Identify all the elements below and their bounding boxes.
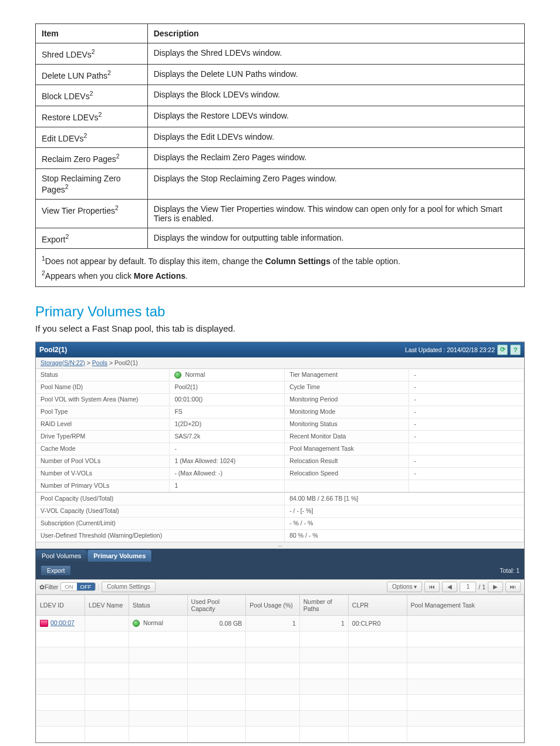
page-first-icon[interactable]: ⏮ — [424, 582, 440, 592]
info-cell: V-VOL Capacity (Used/Total) — [36, 505, 285, 517]
ldev-id-link[interactable]: 00:00:07 — [50, 619, 75, 626]
info-cell: - — [409, 393, 524, 406]
info-cell: - — [409, 418, 524, 430]
info-cell: 80 % / - % — [285, 529, 524, 542]
tab-primary-volumes[interactable]: Primary Volumes — [87, 550, 152, 562]
total-label: Total: — [500, 567, 514, 574]
volume-icon — [40, 620, 48, 627]
export-button[interactable]: Export — [41, 565, 71, 576]
table-row: Shred LDEVs2Displays the Shred LDEVs win… — [36, 43, 525, 65]
info-cell: Relocation Result — [285, 455, 409, 467]
info-cell: Pool VOL with System Area (Name) — [36, 393, 170, 406]
info-cell: Pool2(1) — [170, 381, 285, 393]
info-cell: Monitoring Mode — [285, 406, 409, 418]
breadcrumb-root[interactable]: Storage(S/N:22) — [41, 359, 85, 366]
table-row: Edit LDEVs2Displays the Edit LDEVs windo… — [36, 127, 525, 148]
info-cell: RAID Level — [36, 418, 170, 430]
info-cell: - — [409, 455, 524, 467]
cell-clpr: 00:CLPR0 — [348, 615, 407, 631]
info-grid: StatusNormalTier Management-Pool Name (I… — [36, 369, 524, 492]
info-cell: Cycle Time — [285, 381, 409, 393]
info-cell: - — [409, 369, 524, 381]
info-cell: 1 (Max Allowed: 1024) — [170, 455, 285, 467]
info-cell: - (Max Allowed: -) — [170, 467, 285, 480]
info-cell — [285, 480, 409, 492]
column-header[interactable]: Pool Usage (%) — [246, 595, 299, 615]
info-cell: Number of Pool VOLs — [36, 455, 170, 467]
breadcrumb-pools[interactable]: Pools — [92, 359, 107, 366]
info-cell: - — [409, 381, 524, 393]
dark-toolbar: Export Total: 1 — [36, 562, 524, 579]
col-desc: Description — [147, 24, 524, 43]
info-cell: Normal — [170, 369, 285, 381]
filter-toggle[interactable]: ON OFF — [60, 582, 95, 591]
cell-ldev-name — [85, 615, 129, 631]
info-cell: Relocation Speed — [285, 467, 409, 480]
section-intro: If you select a Fast Snap pool, this tab… — [35, 323, 525, 333]
column-header[interactable]: Used Pool Capacity — [187, 595, 246, 615]
table-row: Reclaim Zero Pages2Displays the Reclaim … — [36, 148, 525, 169]
info-cell: Drive Type/RPM — [36, 430, 170, 443]
info-cell: Pool Name (ID) — [36, 381, 170, 393]
info-cell — [409, 443, 524, 455]
info-cell: 1(2D+2D) — [170, 418, 285, 430]
page-last-icon[interactable]: ⏭ — [505, 582, 521, 592]
info-cell: Monitoring Status — [285, 418, 409, 430]
status-dot-icon — [133, 620, 140, 627]
info-cell: - % / - % — [285, 517, 524, 529]
table-row: Restore LDEVs2Displays the Restore LDEVs… — [36, 106, 525, 127]
page-next-icon[interactable]: ▶ — [488, 582, 503, 592]
section-heading: Primary Volumes tab — [35, 303, 525, 320]
last-updated: Last Updated : 2014/02/18 23:22 — [405, 346, 495, 353]
info-cell: Tier Management — [285, 369, 409, 381]
column-header[interactable]: Number of Paths — [299, 595, 348, 615]
column-settings-button[interactable]: Column Settings — [102, 582, 155, 592]
info-cell: Number of V-VOLs — [36, 467, 170, 480]
col-item: Item — [36, 24, 148, 43]
info-wide: Pool Capacity (Used/Total)84.00 MB / 2.6… — [36, 492, 524, 542]
info-cell: 84.00 MB / 2.66 TB [1 %] — [285, 492, 524, 505]
cell-status: Normal — [143, 619, 163, 626]
info-cell: SAS/7.2k — [170, 430, 285, 443]
column-header[interactable]: LDEV Name — [85, 595, 129, 615]
page-total: / 1 — [478, 583, 485, 590]
primary-volumes-grid: LDEV IDLDEV NameStatusUsed Pool Capacity… — [36, 595, 524, 742]
column-header[interactable]: LDEV ID — [36, 595, 85, 615]
top-table: Item Description Shred LDEVs2Displays th… — [35, 23, 525, 249]
info-cell: User-Defined Threshold (Warning/Depletio… — [36, 529, 285, 542]
table-row: Export2Displays the window for outputtin… — [36, 228, 525, 249]
options-button[interactable]: Options ▾ — [387, 582, 422, 592]
info-cell: - — [170, 443, 285, 455]
info-cell: Pool Type — [36, 406, 170, 418]
info-cell: Subscription (Current/Limit) — [36, 517, 285, 529]
footnotes: 1Does not appear by default. To display … — [35, 248, 525, 286]
info-cell — [409, 480, 524, 492]
column-header[interactable]: Pool Management Task — [407, 595, 524, 615]
table-row: Stop Reclaiming Zero Pages2Displays the … — [36, 168, 525, 199]
refresh-icon[interactable]: ⟳ — [497, 345, 508, 355]
info-cell: Recent Monitor Data — [285, 430, 409, 443]
cell-paths: 1 — [299, 615, 348, 631]
filter-label[interactable]: ✿Filter — [39, 583, 58, 590]
info-cell: 00:01:00() — [170, 393, 285, 406]
column-header[interactable]: Status — [129, 595, 187, 615]
info-cell: Monitoring Period — [285, 393, 409, 406]
column-header[interactable]: CLPR — [348, 595, 407, 615]
info-cell: Cache Mode — [36, 443, 170, 455]
total-value: 1 — [516, 567, 519, 574]
app-window: Pool2(1) Last Updated : 2014/02/18 23:22… — [35, 342, 525, 743]
breadcrumb: Storage(S/N:22) > Pools > Pool2(1) — [36, 357, 524, 369]
app-title: Pool2(1) — [39, 346, 67, 354]
table-row[interactable]: 00:00:07 Normal 0.08 GB 1 1 00:CLPR0 — [36, 615, 524, 631]
info-cell: - — [409, 430, 524, 443]
tab-pool-volumes[interactable]: Pool Volumes — [36, 550, 87, 562]
info-cell: - — [409, 406, 524, 418]
page-current[interactable]: 1 — [460, 582, 476, 592]
page-prev-icon[interactable]: ◀ — [442, 582, 457, 592]
info-cell: 1 — [170, 480, 285, 492]
info-cell: - — [409, 467, 524, 480]
info-cell: Status — [36, 369, 170, 381]
cell-used: 0.08 GB — [187, 615, 246, 631]
help-icon[interactable]: ? — [510, 345, 521, 355]
collapse-bar[interactable]: ︿ — [36, 542, 524, 549]
